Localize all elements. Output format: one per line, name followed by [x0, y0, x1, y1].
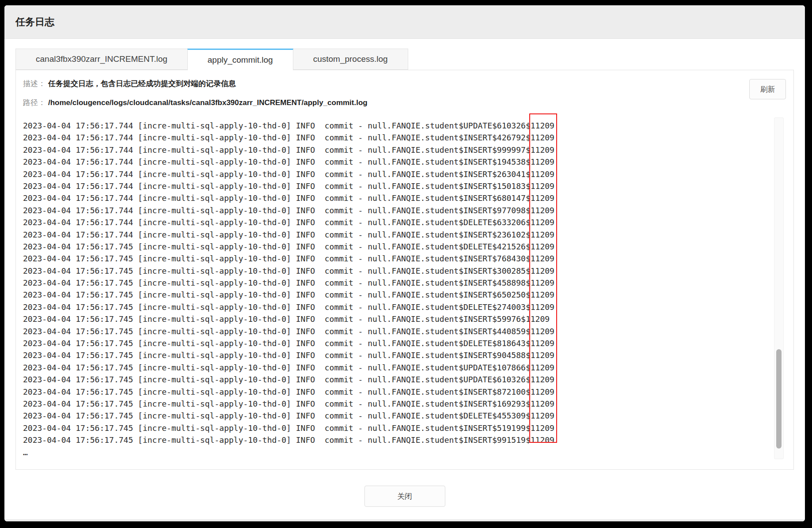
dialog-footer: 关闭 [15, 486, 794, 507]
log-line: 2023-04-04 17:56:17.745 [incre-multi-sql… [23, 422, 767, 434]
log-line: 2023-04-04 17:56:17.745 [incre-multi-sql… [23, 289, 767, 301]
log-line: 2023-04-04 17:56:17.745 [incre-multi-sql… [23, 434, 767, 446]
log-line: 2023-04-04 17:56:17.745 [incre-multi-sql… [23, 337, 767, 349]
log-line: 2023-04-04 17:56:17.745 [incre-multi-sql… [23, 349, 767, 361]
path-label: 路径： [23, 98, 46, 107]
log-line: 2023-04-04 17:56:17.745 [incre-multi-sql… [23, 265, 767, 277]
log-line: 2023-04-04 17:56:17.744 [incre-multi-sql… [23, 120, 767, 132]
log-line: 2023-04-04 17:56:17.745 [incre-multi-sql… [23, 386, 767, 398]
log-lines: 2023-04-04 17:56:17.744 [incre-multi-sql… [23, 120, 767, 446]
log-scrollbar-track[interactable] [774, 117, 784, 459]
log-line: 2023-04-04 17:56:17.745 [incre-multi-sql… [23, 253, 767, 264]
log-line: 2023-04-04 17:56:17.745 [incre-multi-sql… [23, 313, 767, 325]
log-line: 2023-04-04 17:56:17.745 [incre-multi-sql… [23, 277, 767, 289]
close-button[interactable]: 关闭 [364, 486, 445, 507]
log-line: 2023-04-04 17:56:17.744 [incre-multi-sql… [23, 132, 767, 143]
bottom-strip [4, 519, 805, 521]
path-value: /home/clougence/logs/cloudcanal/tasks/ca… [48, 98, 368, 107]
log-line: 2023-04-04 17:56:17.745 [incre-multi-sql… [23, 373, 767, 385]
tab-custom-process-log[interactable]: custom_process.log [293, 49, 408, 70]
log-line: 2023-04-04 17:56:17.744 [incre-multi-sql… [23, 192, 767, 204]
dialog-title: 任务日志 [15, 15, 54, 29]
log-meta: 描述：任务提交日志，包含日志已经成功提交到对端的记录信息 路径：/home/cl… [16, 70, 793, 109]
dialog-content: canal3fbx390zarr_INCREMENT.log apply_com… [4, 39, 805, 507]
dialog-header: 任务日志 [4, 5, 805, 39]
log-line: 2023-04-04 17:56:17.745 [incre-multi-sql… [23, 398, 767, 410]
path-row: 路径：/home/clougence/logs/cloudcanal/tasks… [23, 97, 793, 109]
log-line: 2023-04-04 17:56:17.745 [incre-multi-sql… [23, 325, 767, 337]
log-line: 2023-04-04 17:56:17.745 [incre-multi-sql… [23, 410, 767, 422]
log-line: 2023-04-04 17:56:17.745 [incre-multi-sql… [23, 301, 767, 313]
log-scrollbar-thumb[interactable] [776, 349, 782, 449]
log-ellipsis: … [23, 446, 767, 458]
tab-canal-increment-log[interactable]: canal3fbx390zarr_INCREMENT.log [15, 49, 188, 70]
log-file-tabs: canal3fbx390zarr_INCREMENT.log apply_com… [15, 49, 794, 70]
log-line: 2023-04-04 17:56:17.745 [incre-multi-sql… [23, 362, 767, 373]
log-line: 2023-04-04 17:56:17.744 [incre-multi-sql… [23, 204, 767, 216]
log-line: 2023-04-04 17:56:17.744 [incre-multi-sql… [23, 216, 767, 228]
log-line: 2023-04-04 17:56:17.744 [incre-multi-sql… [23, 229, 767, 241]
description-value: 任务提交日志，包含日志已经成功提交到对端的记录信息 [48, 79, 236, 88]
log-panel: 描述：任务提交日志，包含日志已经成功提交到对端的记录信息 路径：/home/cl… [15, 70, 794, 470]
log-content: 2023-04-04 17:56:17.744 [incre-multi-sql… [23, 120, 767, 458]
log-line: 2023-04-04 17:56:17.744 [incre-multi-sql… [23, 168, 767, 180]
tab-apply-commit-log[interactable]: apply_commit.log [187, 49, 293, 70]
log-line: 2023-04-04 17:56:17.744 [incre-multi-sql… [23, 156, 767, 168]
description-label: 描述： [23, 79, 46, 88]
log-line: 2023-04-04 17:56:17.744 [incre-multi-sql… [23, 180, 767, 192]
refresh-button[interactable]: 刷新 [749, 79, 786, 99]
description-row: 描述：任务提交日志，包含日志已经成功提交到对端的记录信息 [23, 78, 793, 90]
screenshot-frame: 任务日志 canal3fbx390zarr_INCREMENT.log appl… [0, 0, 812, 528]
task-log-dialog: 任务日志 canal3fbx390zarr_INCREMENT.log appl… [4, 5, 805, 521]
log-line: 2023-04-04 17:56:17.744 [incre-multi-sql… [23, 144, 767, 156]
log-line: 2023-04-04 17:56:17.745 [incre-multi-sql… [23, 241, 767, 253]
